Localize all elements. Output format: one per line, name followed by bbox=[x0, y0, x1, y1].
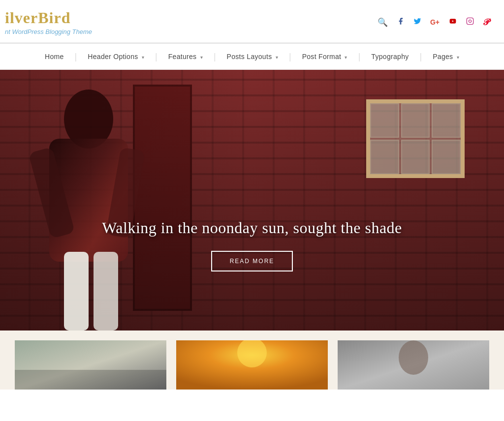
main-nav: Home | Header Options ▾ | Features ▾ | P… bbox=[0, 43, 504, 70]
svg-rect-1 bbox=[467, 18, 473, 24]
nav-link-header-options[interactable]: Header Options ▾ bbox=[77, 44, 155, 69]
card-thumb-3[interactable] bbox=[338, 340, 489, 390]
twitter-icon[interactable] bbox=[413, 17, 421, 28]
nav-link-posts-layouts[interactable]: Posts Layouts ▾ bbox=[216, 44, 289, 69]
logo-subtitle: nt WordPress Blogging Theme bbox=[5, 28, 92, 35]
window-pane-5 bbox=[401, 140, 430, 174]
nav-link-features[interactable]: Features ▾ bbox=[158, 44, 214, 69]
window-pane-2 bbox=[401, 103, 430, 138]
nav-item-pages[interactable]: Pages ▾ bbox=[422, 44, 470, 69]
nav-list: Home | Header Options ▾ | Features ▾ | P… bbox=[0, 44, 504, 69]
nav-link-pages[interactable]: Pages ▾ bbox=[422, 44, 470, 69]
nav-item-home[interactable]: Home bbox=[34, 44, 75, 69]
logo-title[interactable]: ilverBird bbox=[5, 9, 92, 27]
hero-window bbox=[366, 99, 465, 178]
card-thumb-1[interactable] bbox=[15, 340, 166, 390]
nav-item-posts-layouts[interactable]: Posts Layouts ▾ bbox=[216, 44, 289, 69]
svg-rect-10 bbox=[15, 370, 166, 390]
nav-link-post-format[interactable]: Post Format ▾ bbox=[291, 44, 358, 69]
window-pane-3 bbox=[432, 103, 461, 138]
features-arrow: ▾ bbox=[200, 55, 203, 60]
gplus-icon[interactable]: G+ bbox=[430, 18, 440, 26]
posts-layouts-arrow: ▾ bbox=[276, 55, 278, 60]
nav-item-post-format[interactable]: Post Format ▾ bbox=[291, 44, 358, 69]
hero-cta-button[interactable]: READ MORE bbox=[211, 251, 293, 271]
pages-arrow: ▾ bbox=[457, 55, 459, 60]
pinterest-icon[interactable]: 𝒫 bbox=[483, 17, 489, 28]
nav-item-header-options[interactable]: Header Options ▾ bbox=[77, 44, 155, 69]
cards-row bbox=[0, 331, 504, 390]
nav-link-home[interactable]: Home bbox=[34, 44, 75, 69]
post-format-arrow: ▾ bbox=[345, 55, 347, 60]
logo-area: ilverBird nt WordPress Blogging Theme bbox=[5, 9, 92, 35]
window-pane-6 bbox=[432, 140, 461, 174]
social-icons-bar: 🔍 G+ 𝒫 bbox=[378, 17, 489, 28]
hero-section: Walking in the noonday sun, sought the s… bbox=[0, 70, 504, 331]
hero-title: Walking in the noonday sun, sought the s… bbox=[0, 219, 504, 237]
svg-point-14 bbox=[399, 340, 428, 375]
hero-figure bbox=[0, 70, 187, 331]
youtube-icon[interactable] bbox=[448, 17, 457, 27]
search-icon[interactable]: 🔍 bbox=[378, 17, 388, 28]
hero-content: Walking in the noonday sun, sought the s… bbox=[0, 219, 504, 271]
nav-item-features[interactable]: Features ▾ bbox=[158, 44, 214, 69]
nav-item-typography[interactable]: Typography bbox=[360, 44, 419, 69]
window-pane-1 bbox=[370, 103, 399, 138]
instagram-icon[interactable] bbox=[466, 17, 474, 28]
facebook-icon[interactable] bbox=[397, 17, 405, 28]
card-thumb-2[interactable] bbox=[176, 340, 328, 390]
window-pane-4 bbox=[370, 140, 399, 174]
nav-link-typography[interactable]: Typography bbox=[360, 44, 419, 69]
site-header: ilverBird nt WordPress Blogging Theme 🔍 … bbox=[0, 0, 504, 43]
header-options-arrow: ▾ bbox=[142, 55, 144, 60]
